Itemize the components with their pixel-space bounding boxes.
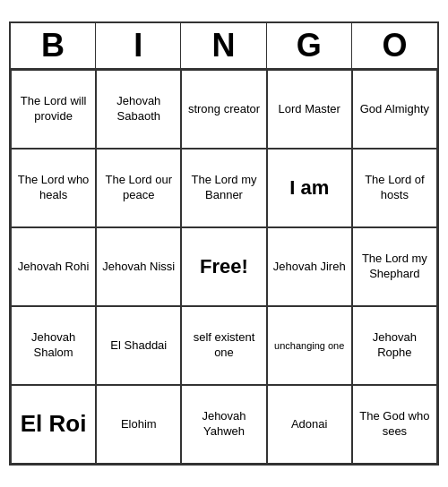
bingo-cell-10: Jehovah Rohi: [11, 227, 96, 306]
bingo-cell-3: Lord Master: [267, 70, 352, 149]
bingo-cell-12: Free!: [181, 227, 266, 306]
bingo-cell-8: I am: [267, 149, 352, 227]
bingo-cell-9: The Lord of hosts: [352, 149, 437, 227]
bingo-cell-16: El Shaddai: [96, 306, 181, 385]
bingo-cell-6: The Lord our peace: [96, 149, 181, 227]
bingo-cell-23: Adonai: [267, 385, 352, 464]
bingo-cell-14: The Lord my Shephard: [352, 227, 437, 306]
bingo-cell-21: Elohim: [96, 385, 181, 464]
bingo-cell-24: The God who sees: [352, 385, 437, 464]
header-letter-O: O: [352, 23, 437, 68]
bingo-cell-13: Jehovah Jireh: [267, 227, 352, 306]
bingo-cell-17: self existent one: [181, 306, 266, 385]
bingo-cell-7: The Lord my Banner: [181, 149, 266, 227]
bingo-header: BINGO: [11, 23, 437, 70]
bingo-cell-5: The Lord who heals: [11, 149, 96, 227]
bingo-cell-19: Jehovah Rophe: [352, 306, 437, 385]
bingo-cell-22: Jehovah Yahweh: [181, 385, 266, 464]
bingo-cell-11: Jehovah Nissi: [96, 227, 181, 306]
bingo-cell-0: The Lord will provide: [11, 70, 96, 149]
bingo-cell-18: unchanging one: [267, 306, 352, 385]
header-letter-N: N: [181, 23, 266, 68]
bingo-cell-15: Jehovah Shalom: [11, 306, 96, 385]
header-letter-G: G: [267, 23, 352, 68]
bingo-cell-2: strong creator: [181, 70, 266, 149]
bingo-card: BINGO The Lord will provideJehovah Sabao…: [9, 21, 439, 466]
bingo-cell-1: Jehovah Sabaoth: [96, 70, 181, 149]
bingo-cell-20: El Roi: [11, 385, 96, 464]
bingo-grid: The Lord will provideJehovah Sabaothstro…: [11, 70, 437, 464]
header-letter-B: B: [11, 23, 96, 68]
bingo-cell-4: God Almighty: [352, 70, 437, 149]
header-letter-I: I: [96, 23, 181, 68]
